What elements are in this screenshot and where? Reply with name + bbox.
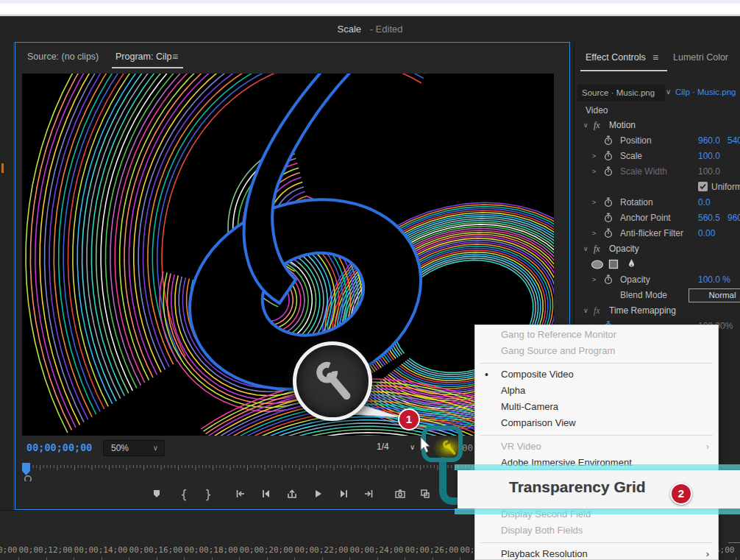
twirl-closed-icon[interactable]: >	[592, 230, 596, 237]
ruler-tick	[377, 557, 378, 560]
zoom-level-select[interactable]: 50% ∨	[103, 440, 165, 456]
twirl-closed-icon[interactable]: >	[592, 199, 596, 206]
section-label[interactable]: Opacity	[609, 244, 639, 254]
stopwatch-icon[interactable]	[604, 197, 613, 210]
property-value[interactable]: 960.5	[727, 213, 740, 223]
ruler-tick	[239, 557, 240, 560]
fx-badge: fx	[594, 120, 600, 131]
stopwatch-icon[interactable]	[604, 166, 613, 179]
panel-menu-icon[interactable]: ≡	[172, 51, 178, 63]
blend-mode-select[interactable]: Normal	[689, 288, 740, 302]
tab-lumetri-color[interactable]: Lumetri Color	[673, 52, 728, 63]
ruler-tick	[322, 557, 323, 560]
menu-separator	[475, 431, 718, 439]
transparency-grid-callout: Transparency Grid	[455, 464, 740, 514]
stopwatch-icon[interactable]	[604, 151, 613, 163]
twirl-open-icon[interactable]: ∨	[583, 245, 588, 252]
submenu-arrow-icon: ›	[706, 439, 709, 455]
ruler-timecode-label: 00;00;12;00	[16, 545, 75, 555]
ruler-tick	[184, 557, 185, 560]
tab-source-monitor[interactable]: Source: (no clips)	[27, 52, 99, 62]
add-marker-icon	[151, 488, 163, 500]
mark-out-button[interactable]: }	[200, 488, 216, 503]
chevron-down-icon[interactable]: ∨	[666, 88, 671, 96]
step-forward-icon	[338, 488, 349, 500]
property-value[interactable]: 100.0	[698, 151, 720, 161]
mark-in-button[interactable]: {	[176, 488, 192, 503]
play-button[interactable]	[310, 488, 326, 503]
stopwatch-icon[interactable]	[604, 274, 613, 287]
tab-effect-controls[interactable]: Effect Controls	[586, 52, 646, 63]
section-label[interactable]: Motion	[609, 120, 636, 130]
magnifier-callout	[293, 341, 372, 421]
ruler-timecode-label: 00;00;20;00	[237, 545, 296, 555]
menu-item-label: Composite Video	[501, 369, 574, 380]
chevron-down-icon[interactable]: ∨	[410, 443, 415, 451]
stopwatch-icon[interactable]	[604, 135, 613, 148]
playback-resolution-select[interactable]: 1/4	[377, 442, 389, 452]
property-value[interactable]: 540.0	[727, 135, 740, 146]
menu-item-alpha[interactable]: Alpha	[475, 383, 718, 399]
effect-tab-bar: Effect Controls ≡ Lumetri Color	[574, 42, 740, 71]
property-label: Anchor Point	[620, 213, 671, 223]
export-frame-icon	[394, 488, 406, 500]
go-to-out-icon	[363, 488, 374, 500]
monitor-settings-context-menu: Gang to Reference MonitorGang Source and…	[474, 325, 719, 560]
effect-row	[574, 257, 740, 272]
menu-item-gang-source-and-program: Gang Source and Program	[475, 343, 718, 359]
marker-handle[interactable]	[25, 476, 31, 481]
source-clip-label[interactable]: Source · Music.png	[577, 85, 665, 101]
twirl-closed-icon[interactable]: >	[592, 276, 596, 283]
menu-item-comparison-view[interactable]: Comparison View	[475, 415, 718, 431]
go-to-in-button[interactable]	[232, 488, 249, 503]
callout-highlight-bottom	[455, 508, 740, 514]
property-label: Scale	[620, 151, 642, 161]
twirl-open-icon[interactable]: ∨	[583, 121, 588, 129]
twirl-closed-icon[interactable]: >	[592, 152, 596, 160]
effect-section-motion: ∨fxMotion	[574, 118, 740, 133]
lift-button[interactable]	[284, 488, 300, 503]
property-value[interactable]: 100.0 %	[698, 274, 730, 285]
panel-menu-icon[interactable]: ≡	[652, 52, 658, 63]
stopwatch-icon[interactable]	[604, 228, 613, 241]
window-title: Scale	[338, 24, 362, 35]
step-back-button[interactable]	[258, 488, 274, 503]
export-frame-button[interactable]	[392, 488, 408, 503]
ellipse-mask-icon[interactable]	[591, 260, 604, 272]
ruler-tick	[157, 557, 157, 560]
property-value[interactable]: 0.0	[698, 197, 711, 208]
uniform-scale-checkbox[interactable]	[698, 182, 708, 191]
effect-row: >Scale Width100.0	[574, 164, 740, 180]
menu-item-label: Multi-Camera	[501, 401, 558, 412]
chevron-down-icon: ∨	[153, 441, 158, 456]
pen-mask-icon[interactable]	[626, 258, 637, 272]
effect-section-opacity: ∨fxOpacity	[574, 241, 740, 257]
active-tab-underline	[112, 67, 183, 68]
go-to-out-button[interactable]	[360, 488, 377, 503]
property-label: Rotation	[620, 197, 653, 208]
menu-item-playback-resolution[interactable]: Playback Resolution›	[475, 546, 718, 560]
property-value[interactable]: 560.5	[698, 213, 720, 223]
menu-item-label: VR Video	[501, 441, 541, 452]
sequence-clip-label[interactable]: Cilp · Music.png	[675, 88, 736, 96]
property-value[interactable]: 0.00	[698, 228, 715, 238]
ruler-tick	[405, 557, 405, 560]
property-label: Anti-flicker Filter	[620, 228, 683, 238]
current-timecode[interactable]: 00;00;00;00	[26, 442, 92, 453]
callout-label[interactable]: Transparency Grid	[509, 478, 646, 496]
tab-program-monitor[interactable]: Program: Cilp	[115, 52, 171, 62]
comparison-view-button[interactable]	[417, 488, 433, 503]
property-value[interactable]: 960.0	[698, 135, 720, 146]
add-marker-button[interactable]	[149, 488, 165, 503]
property-value[interactable]: 100.0	[698, 166, 720, 177]
playhead[interactable]	[22, 463, 30, 475]
step-forward-button[interactable]	[335, 488, 352, 503]
twirl-open-icon[interactable]: ∨	[583, 307, 588, 314]
twirl-closed-icon[interactable]: >	[592, 168, 596, 175]
stopwatch-icon[interactable]	[604, 213, 613, 225]
menu-item-multi-camera[interactable]: Multi-Camera	[475, 399, 718, 415]
menu-item-composite-video[interactable]: •Composite Video	[475, 366, 718, 383]
rect-mask-icon[interactable]	[608, 259, 619, 272]
section-label[interactable]: Time Remapping	[609, 305, 676, 316]
go-to-in-icon	[235, 488, 246, 500]
